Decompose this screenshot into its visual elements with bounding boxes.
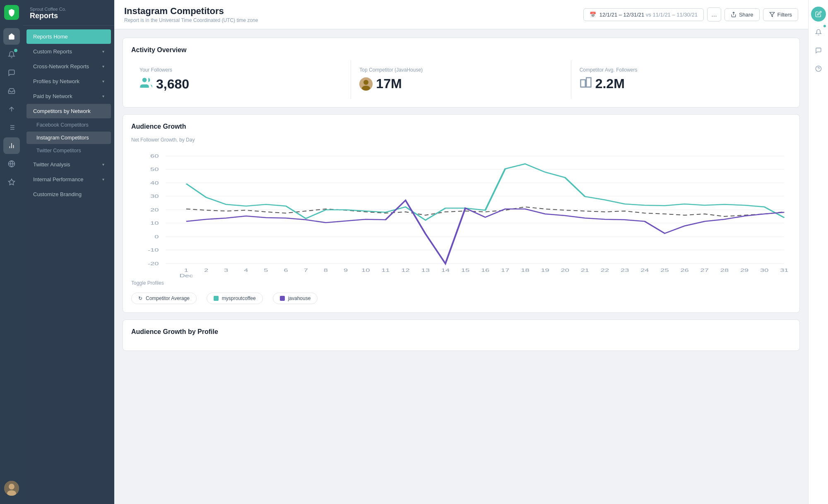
svg-text:5: 5 [264, 268, 268, 273]
legend-label-mysprout: mysproutcoffee [222, 295, 256, 301]
chevron-down-icon: ▾ [102, 64, 104, 69]
main-content: Instagram Competitors Report is in the U… [114, 0, 808, 504]
svg-point-18 [142, 78, 147, 82]
chevron-down-icon: ▾ [102, 94, 104, 98]
nav-tasks-icon[interactable] [3, 119, 20, 136]
calendar-icon: 📅 [590, 12, 596, 18]
activity-overview-title: Activity Overview [131, 46, 791, 54]
audience-growth-profile-card: Audience Growth by Profile [123, 319, 800, 351]
nav-inbox-icon[interactable] [3, 83, 20, 99]
your-followers-label: Your Followers [140, 67, 342, 73]
chat-rail-button[interactable] [811, 43, 826, 58]
svg-text:7: 7 [304, 268, 308, 273]
filters-label: Filters [777, 12, 792, 18]
app-title: Reports [30, 12, 108, 20]
more-options-button[interactable]: ... [707, 7, 721, 22]
avg-followers-value: 2.2M [580, 76, 783, 91]
svg-text:10: 10 [361, 268, 370, 273]
help-rail-button[interactable] [811, 61, 826, 76]
sidebar-item-competitors-by-network[interactable]: Competitors by Network [26, 104, 111, 118]
sidebar-item-reports-home[interactable]: Reports Home [26, 29, 111, 44]
nav-home-icon[interactable] [3, 28, 20, 45]
avg-followers-label: Competitor Avg. Followers [580, 67, 783, 73]
activity-metrics-grid: Your Followers 3,680 Top Competitor (Jav… [131, 60, 791, 99]
svg-text:30: 30 [760, 268, 768, 273]
chevron-down-icon: ▾ [102, 162, 104, 167]
svg-rect-23 [586, 78, 591, 87]
audience-growth-profile-title: Audience Growth by Profile [131, 328, 791, 336]
user-avatar[interactable] [4, 481, 19, 496]
nav-notifications-icon[interactable] [3, 46, 20, 63]
svg-point-20 [363, 80, 368, 85]
app-logo [4, 5, 19, 20]
svg-text:Dec: Dec [180, 273, 193, 278]
your-followers-metric: Your Followers 3,680 [131, 60, 351, 99]
sidebar-item-customize-branding[interactable]: Customize Branding [26, 187, 111, 202]
legend-competitor-avg[interactable]: ↻ Competitor Average [131, 293, 197, 304]
right-rail [808, 0, 828, 504]
legend-mysprout[interactable]: mysproutcoffee [207, 293, 263, 304]
share-button[interactable]: Share [724, 8, 760, 21]
header-left: Instagram Competitors Report is in the U… [124, 6, 258, 23]
svg-text:12: 12 [401, 268, 409, 273]
svg-text:50: 50 [150, 167, 159, 172]
svg-text:19: 19 [541, 268, 549, 273]
date-range-button[interactable]: 📅 12/1/21 – 12/31/21 vs 11/1/21 – 11/30/… [583, 8, 704, 21]
legend-dot-javahouse [280, 296, 285, 301]
sidebar: Sprout Coffee Co. Reports Reports Home C… [23, 0, 114, 504]
sidebar-item-paid-by-network[interactable]: Paid by Network ▾ [26, 89, 111, 103]
toggle-label: Toggle Profiles [131, 280, 791, 286]
sidebar-item-cross-network[interactable]: Cross-Network Reports ▾ [26, 59, 111, 74]
sidebar-item-custom-reports[interactable]: Custom Reports ▾ [26, 44, 111, 59]
sidebar-item-twitter-competitors[interactable]: Twitter Competitors [26, 144, 111, 157]
sidebar-item-facebook-competitors[interactable]: Facebook Competitors [26, 119, 111, 131]
svg-text:8: 8 [324, 268, 328, 273]
audience-growth-title: Audience Growth [131, 123, 791, 130]
svg-text:27: 27 [700, 268, 709, 273]
sidebar-nav: Reports Home Custom Reports ▾ Cross-Netw… [23, 26, 114, 205]
page-subtitle: Report is in the Universal Time Coordina… [124, 17, 258, 23]
followers-icon [140, 76, 153, 92]
top-competitor-value: 17M [359, 76, 562, 91]
svg-text:17: 17 [501, 268, 509, 273]
sidebar-item-profiles-by-network[interactable]: Profiles by Network ▾ [26, 74, 111, 89]
nav-messages-icon[interactable] [3, 65, 20, 81]
top-competitor-metric: Top Competitor (JavaHouse) 17M [351, 60, 571, 99]
company-name: Sprout Coffee Co. [30, 7, 108, 12]
competitor-icon [359, 77, 373, 91]
avg-followers-metric: Competitor Avg. Followers 2.2M [571, 60, 791, 99]
date-range-text: 12/1/21 – 12/31/21 vs 11/1/21 – 11/30/21 [599, 12, 698, 18]
sidebar-item-internal-performance[interactable]: Internal Performance ▾ [26, 172, 111, 187]
nav-campaigns-icon[interactable] [3, 156, 20, 172]
svg-text:30: 30 [150, 194, 159, 199]
notifications-rail-button[interactable] [811, 25, 826, 40]
edit-button[interactable] [811, 7, 826, 22]
svg-text:40: 40 [150, 180, 159, 185]
legend-label-javahouse: javahouse [288, 295, 311, 301]
svg-text:29: 29 [740, 268, 749, 273]
legend-label-competitor-avg: Competitor Average [146, 295, 190, 301]
svg-text:1: 1 [184, 268, 188, 273]
nav-analytics-icon[interactable] [3, 137, 20, 154]
audience-growth-chart: 60 50 40 30 20 10 0 -10 -20 1 [131, 148, 791, 280]
your-followers-value: 3,680 [140, 76, 342, 92]
legend-dot-mysprout [214, 296, 219, 301]
activity-overview-card: Activity Overview Your Followers 3,680 T… [123, 38, 800, 108]
svg-text:-20: -20 [148, 261, 159, 266]
sidebar-item-twitter-analysis[interactable]: Twitter Analysis ▾ [26, 157, 111, 172]
svg-point-21 [362, 86, 370, 91]
filters-button[interactable]: Filters [763, 8, 798, 21]
sidebar-item-instagram-competitors[interactable]: Instagram Competitors [26, 132, 111, 144]
svg-text:10: 10 [150, 221, 159, 226]
nav-publish-icon[interactable] [3, 101, 20, 118]
svg-text:25: 25 [660, 268, 669, 273]
svg-text:2: 2 [204, 268, 208, 273]
refresh-icon: ↻ [138, 295, 142, 301]
nav-star-icon[interactable] [3, 174, 20, 190]
chart-container: 60 50 40 30 20 10 0 -10 -20 1 [131, 148, 791, 280]
svg-point-14 [9, 484, 14, 490]
svg-text:23: 23 [621, 268, 629, 273]
legend-javahouse[interactable]: javahouse [273, 293, 318, 304]
svg-text:4: 4 [244, 268, 248, 273]
chart-grid-lines: 60 50 40 30 20 10 0 -10 -20 [148, 154, 784, 266]
